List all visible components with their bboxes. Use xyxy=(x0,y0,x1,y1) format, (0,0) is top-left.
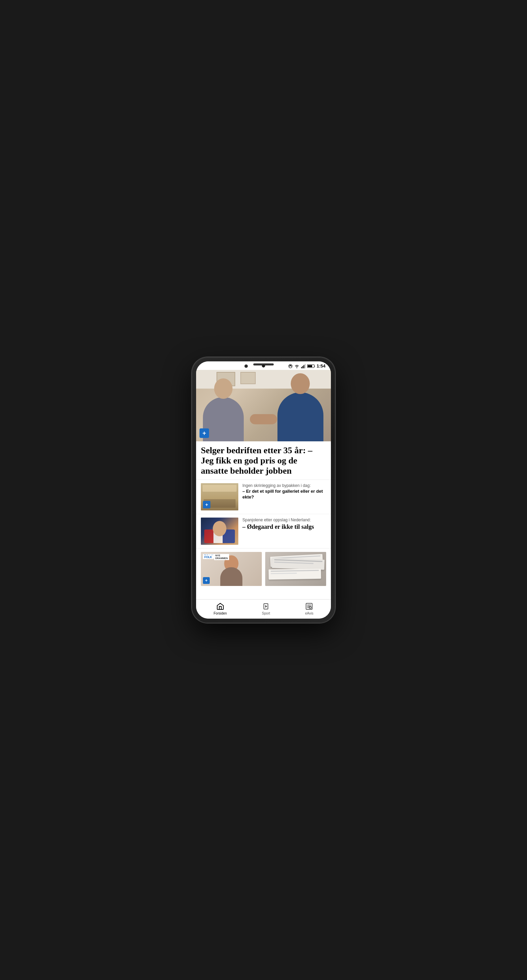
folk-brand: FOLK NYEDRAMMEN xyxy=(203,554,229,560)
bottom-two-col[interactable]: FOLK NYEDRAMMEN + xyxy=(196,548,331,589)
folk-plus-badge: + xyxy=(203,577,210,584)
svg-rect-9 xyxy=(302,366,303,368)
news-thumb-soccer xyxy=(201,517,238,545)
svg-rect-13 xyxy=(307,365,312,367)
home-icon xyxy=(216,602,224,611)
svg-rect-1 xyxy=(290,365,291,366)
nav-label-sport: Sport xyxy=(262,611,270,615)
hero-plus-badge: + xyxy=(199,428,209,438)
svg-marker-15 xyxy=(265,605,267,608)
svg-rect-8 xyxy=(301,367,302,368)
doc-paper-3 xyxy=(269,568,322,579)
bottom-nav: Forsiden Sport eAvis xyxy=(196,599,331,619)
nav-item-eavis[interactable]: eAvis xyxy=(298,602,320,615)
status-time: 1:54 xyxy=(317,363,325,369)
doc-paper-2 xyxy=(272,558,325,570)
camera-dot xyxy=(262,364,265,368)
signal-icon xyxy=(301,364,306,369)
eavis-icon xyxy=(305,602,313,611)
news-item-2-headline: – Ødegaard er ikke til salgs xyxy=(242,523,326,531)
battery-icon xyxy=(307,364,315,369)
news-item-1-label: Ingen skrinlegging av bypakken i dag: xyxy=(242,483,326,488)
news-item-2-label: Spanjolene etter oppslag i Nederland: xyxy=(242,517,326,522)
news-item-2[interactable]: Spanjolene etter oppslag i Nederland: – … xyxy=(196,514,331,548)
bottom-card-docs[interactable] xyxy=(265,552,326,586)
main-headline[interactable]: Selger bedriften etter 35 år: – Jeg fikk… xyxy=(196,441,331,479)
news-item-2-text: Spanjolene etter oppslag i Nederland: – … xyxy=(242,517,326,531)
hero-image[interactable]: + xyxy=(196,370,331,441)
hero-person-right xyxy=(276,373,324,441)
news-thumb-meeting: + xyxy=(201,483,238,511)
article-area: Selger bedriften etter 35 år: – Jeg fikk… xyxy=(196,441,331,589)
bottom-card-folk[interactable]: FOLK NYEDRAMMEN + xyxy=(201,552,262,586)
svg-rect-11 xyxy=(305,364,306,368)
svg-rect-10 xyxy=(304,365,304,368)
nav-item-sport[interactable]: Sport xyxy=(255,602,277,615)
wifi-icon xyxy=(294,364,299,369)
news-item-1[interactable]: + Ingen skrinlegging av bypakken i dag: … xyxy=(196,479,331,514)
vibrate-icon xyxy=(288,364,293,369)
phone-shell: 1:54 xyxy=(192,357,335,623)
svg-rect-20 xyxy=(309,607,311,608)
news-item-1-headline: – Er det et spill for galleriet eller er… xyxy=(242,488,326,500)
news-item-1-text: Ingen skrinlegging av bypakken i dag: – … xyxy=(242,483,326,500)
status-icons: 1:54 xyxy=(288,363,325,369)
nav-label-forsiden: Forsiden xyxy=(213,611,227,615)
screen: 1:54 xyxy=(196,361,331,619)
content-scroll[interactable]: + Selger bedriften etter 35 år: – Jeg fi… xyxy=(196,370,331,599)
sport-icon xyxy=(262,602,270,611)
news-item-1-plus: + xyxy=(203,501,210,508)
nav-label-eavis: eAvis xyxy=(305,611,313,615)
nav-item-forsiden[interactable]: Forsiden xyxy=(207,602,234,615)
hero-handshake xyxy=(250,414,277,424)
